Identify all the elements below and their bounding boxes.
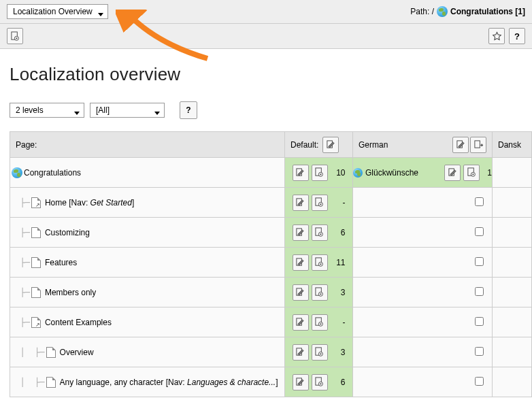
translate-checkbox[interactable] bbox=[475, 257, 484, 266]
table-row: │ ├─ Any language, any character [Nav: L… bbox=[10, 367, 532, 397]
question-icon: ? bbox=[514, 31, 520, 41]
edit-page-icon bbox=[295, 257, 305, 267]
module-select-label: Localization Overview bbox=[13, 7, 93, 16]
col-default-label: Default: bbox=[290, 140, 318, 150]
tree-indent: ├─ bbox=[10, 228, 30, 237]
edit-page-button[interactable] bbox=[293, 314, 309, 331]
document-eye-icon bbox=[314, 167, 325, 178]
edit-page-icon bbox=[295, 377, 305, 387]
edit-page-button[interactable] bbox=[293, 195, 309, 211]
page-icon bbox=[46, 377, 56, 388]
page-title-cell[interactable]: Features bbox=[45, 258, 77, 267]
view-page-button[interactable] bbox=[312, 224, 328, 241]
default-count: 11 bbox=[333, 258, 346, 267]
page-title-cell[interactable]: Overview bbox=[60, 348, 94, 357]
view-page-button[interactable] bbox=[312, 344, 328, 361]
translate-checkbox[interactable] bbox=[475, 347, 484, 356]
view-page-button[interactable] bbox=[312, 195, 328, 211]
new-german-lang-button[interactable] bbox=[470, 137, 486, 153]
view-page-button[interactable] bbox=[312, 314, 328, 331]
translate-checkbox[interactable] bbox=[475, 317, 484, 326]
view-page-button[interactable] bbox=[7, 28, 23, 44]
default-count: 3 bbox=[333, 348, 346, 357]
page-icon bbox=[31, 287, 41, 298]
svg-point-37 bbox=[320, 353, 321, 354]
star-icon bbox=[492, 31, 502, 41]
edit-page-icon bbox=[295, 317, 305, 327]
shortcut-page-icon bbox=[31, 317, 41, 328]
language-filter-select[interactable]: [All] bbox=[90, 103, 165, 118]
document-eye-icon bbox=[314, 197, 325, 207]
module-bar: Localization Overview Path: / Congratula… bbox=[0, 0, 532, 24]
document-eye-icon bbox=[314, 257, 325, 267]
filter-controls: 2 levels [All] ? bbox=[10, 101, 532, 119]
default-count: 10 bbox=[333, 168, 346, 178]
page-title-cell[interactable]: Congratulations bbox=[24, 168, 81, 178]
table-row: ├─ Home [Nav: Get Started] - bbox=[10, 188, 532, 218]
svg-point-2 bbox=[16, 37, 17, 39]
path-prefix: Path: / bbox=[410, 7, 434, 16]
page-title-cell[interactable]: Content Examples bbox=[45, 318, 112, 327]
edit-page-icon bbox=[295, 287, 305, 297]
translate-checkbox[interactable] bbox=[475, 377, 484, 386]
view-translation-button[interactable] bbox=[463, 165, 480, 181]
translate-checkbox[interactable] bbox=[475, 287, 484, 296]
view-page-button[interactable] bbox=[312, 374, 328, 390]
document-eye-icon bbox=[314, 377, 325, 387]
edit-german-lang-button[interactable] bbox=[452, 137, 469, 153]
edit-page-button[interactable] bbox=[293, 165, 309, 181]
language-filter-label: [All] bbox=[96, 105, 110, 115]
table-header-row: Page: Default: German bbox=[10, 132, 532, 158]
edit-default-lang-button[interactable] bbox=[322, 137, 339, 153]
tree-indent: ├─ bbox=[10, 258, 30, 267]
globe-icon bbox=[437, 6, 448, 17]
edit-page-icon bbox=[448, 167, 458, 178]
path-title: Congratulations [1] bbox=[450, 7, 525, 16]
table-row: ├─ Features 11 bbox=[10, 248, 532, 278]
bookmark-button[interactable] bbox=[488, 28, 505, 44]
document-eye-icon bbox=[314, 347, 325, 357]
svg-point-9 bbox=[320, 173, 321, 175]
view-page-button[interactable] bbox=[312, 165, 328, 181]
col-dansk-label: Dansk bbox=[498, 140, 521, 150]
globe-icon bbox=[12, 167, 22, 178]
table-row: ├─ Content Examples - bbox=[10, 307, 532, 337]
view-page-button[interactable] bbox=[312, 254, 328, 271]
edit-translation-button[interactable] bbox=[444, 165, 461, 181]
svg-point-41 bbox=[320, 383, 321, 384]
translate-checkbox[interactable] bbox=[475, 197, 484, 206]
page-title-cell[interactable]: Members only bbox=[45, 288, 96, 297]
page-icon bbox=[46, 347, 56, 358]
edit-page-button[interactable] bbox=[293, 344, 309, 361]
edit-page-button[interactable] bbox=[293, 374, 309, 390]
globe-icon bbox=[353, 168, 363, 178]
depth-select[interactable]: 2 levels bbox=[10, 103, 84, 118]
tree-indent: │ ├─ bbox=[10, 378, 45, 387]
col-german-label: German bbox=[359, 140, 388, 150]
edit-page-icon bbox=[295, 167, 305, 178]
translation-title[interactable]: Glückwünsche bbox=[365, 168, 442, 178]
translation-count: 1 bbox=[482, 168, 492, 178]
svg-point-25 bbox=[320, 263, 321, 265]
module-select[interactable]: Localization Overview bbox=[7, 4, 108, 19]
view-page-button[interactable] bbox=[312, 284, 328, 301]
page-title-cell[interactable]: Customizing bbox=[45, 228, 90, 237]
context-help-button[interactable]: ? bbox=[180, 101, 197, 119]
depth-select-label: 2 levels bbox=[16, 105, 44, 115]
edit-page-button[interactable] bbox=[293, 224, 309, 241]
edit-page-button[interactable] bbox=[293, 284, 309, 301]
default-count: - bbox=[333, 198, 346, 207]
edit-page-icon bbox=[295, 347, 305, 357]
page-title: Localization overview bbox=[10, 64, 532, 85]
translate-checkbox[interactable] bbox=[475, 227, 484, 236]
new-page-icon bbox=[473, 139, 484, 150]
localization-table: Page: Default: German bbox=[10, 131, 532, 397]
edit-page-button[interactable] bbox=[293, 254, 309, 271]
page-title-cell[interactable]: Home [Nav: Get Started] bbox=[45, 198, 134, 207]
shortcut-page-icon bbox=[31, 197, 41, 208]
edit-page-icon bbox=[456, 139, 466, 150]
document-eye-icon bbox=[10, 31, 20, 41]
svg-point-21 bbox=[320, 233, 321, 235]
page-title-cell[interactable]: Any language, any character [Nav: Langua… bbox=[60, 378, 278, 387]
help-button[interactable]: ? bbox=[509, 28, 525, 44]
